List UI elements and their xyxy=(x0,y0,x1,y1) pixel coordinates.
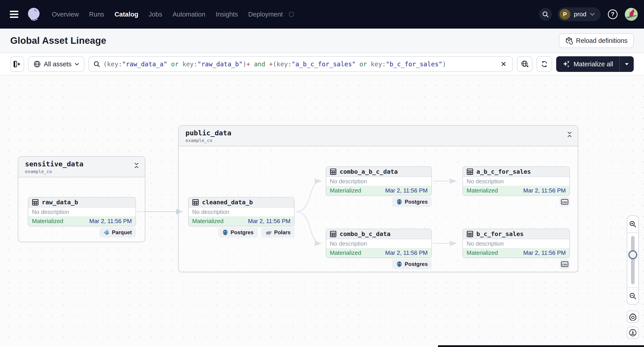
materialized-status: Materialized xyxy=(466,249,498,256)
materialized-timestamp: Mar 2, 11:56 PM xyxy=(90,218,132,225)
table-asset-icon xyxy=(32,199,39,206)
asset-name: a_b_c_for_sales xyxy=(476,168,531,175)
asset-description: No description xyxy=(463,239,569,248)
globe-icon xyxy=(34,60,41,68)
asset-node-combo-b-c-data[interactable]: combo_b_c_data No description Materializ… xyxy=(326,229,432,258)
group-subtitle: example_co xyxy=(186,138,572,143)
open-sidebar-button[interactable] xyxy=(10,56,24,72)
table-asset-icon xyxy=(466,168,473,175)
environment-label: prod xyxy=(574,11,586,18)
postgres-icon xyxy=(396,199,402,205)
asset-description: No description xyxy=(28,207,136,216)
asset-scope-dropdown[interactable]: All assets xyxy=(28,56,84,72)
loading-spinner-icon xyxy=(289,11,294,17)
reload-definitions-button[interactable]: Reload definitions xyxy=(559,33,634,48)
zoom-out-icon xyxy=(629,293,636,300)
postgres-icon xyxy=(222,229,228,236)
refresh-icon xyxy=(540,60,548,68)
asset-description: No description xyxy=(326,177,431,186)
materialized-timestamp: Mar 2, 11:56 PM xyxy=(523,187,566,194)
refresh-graph-button[interactable] xyxy=(536,56,552,72)
materialized-timestamp: Mar 2, 11:56 PM xyxy=(248,218,290,225)
nav-item-jobs[interactable]: Jobs xyxy=(148,11,162,18)
environment-switcher[interactable]: P prod xyxy=(558,7,601,21)
filter-scope-button[interactable] xyxy=(517,56,532,72)
materialize-options-button[interactable] xyxy=(620,56,634,72)
zoom-in-button[interactable] xyxy=(627,216,638,232)
nav-item-deployment[interactable]: Deployment xyxy=(248,11,283,18)
user-avatar[interactable] xyxy=(625,8,638,21)
asset-node-raw-data-b[interactable]: raw_data_b No description Materialized M… xyxy=(28,197,136,226)
materialized-timestamp: Mar 2, 11:56 PM xyxy=(523,249,566,256)
zoom-slider-track[interactable] xyxy=(631,236,634,284)
reload-definitions-icon xyxy=(565,37,573,44)
nav-item-runs[interactable]: Runs xyxy=(89,11,104,18)
kind-badge-postgres[interactable]: Postgres xyxy=(218,227,258,238)
table-asset-icon xyxy=(192,199,199,206)
group-title: public_data xyxy=(186,129,572,137)
asset-description: No description xyxy=(188,207,294,216)
nav-item-catalog[interactable]: Catalog xyxy=(115,11,138,18)
nav-item-overview[interactable]: Overview xyxy=(52,11,79,18)
collapse-group-icon[interactable] xyxy=(134,163,139,168)
sparkles-icon xyxy=(562,60,570,68)
graph-settings-button[interactable] xyxy=(627,311,639,323)
asset-name: combo_b_c_data xyxy=(340,230,390,237)
materialize-all-label: Materialize all xyxy=(574,60,613,68)
table-asset-icon xyxy=(330,231,336,237)
nav-item-automation[interactable]: Automation xyxy=(172,11,205,18)
asset-node-a-b-c-for-sales[interactable]: a_b_c_for_sales No description Materiali… xyxy=(462,166,570,196)
bottom-panel-edge xyxy=(438,345,644,347)
materialized-status: Materialized xyxy=(330,187,361,194)
clear-search-button[interactable]: ✕ xyxy=(499,60,508,68)
search-icon xyxy=(94,61,100,67)
primary-nav: Overview Runs Catalog Jobs Automation In… xyxy=(52,11,294,18)
asset-node-cleaned-data-b[interactable]: cleaned_data_b No description Materializ… xyxy=(188,197,294,226)
dagster-logo-icon[interactable] xyxy=(26,7,41,22)
global-search-button[interactable] xyxy=(539,8,552,21)
asset-node-b-c-for-sales[interactable]: b_c_for_sales No description Materialize… xyxy=(462,229,570,258)
nav-item-insights[interactable]: Insights xyxy=(216,11,238,18)
kind-badge-postgres[interactable]: Postgres xyxy=(392,259,432,269)
download-icon xyxy=(629,329,637,337)
download-graph-button[interactable] xyxy=(627,327,639,339)
lineage-toolbar: All assets (key:"raw_data_a" or key:"raw… xyxy=(0,53,644,75)
kind-badge-parquet[interactable]: Parquet xyxy=(100,227,136,238)
zoom-controls xyxy=(627,216,639,305)
zoom-in-icon xyxy=(629,221,636,228)
kind-badge-polars[interactable]: Polars xyxy=(261,227,294,238)
menu-icon[interactable] xyxy=(10,9,20,19)
asset-name: cleaned_data_b xyxy=(202,199,253,206)
group-subtitle: example_co xyxy=(25,169,139,174)
help-button[interactable]: ? xyxy=(606,8,619,20)
asset-search-query[interactable]: (key:"raw_data_a" or key:"raw_data_b")+ … xyxy=(103,60,496,68)
materialized-status: Materialized xyxy=(466,187,498,194)
svg-text:?: ? xyxy=(611,11,614,17)
zoom-out-button[interactable] xyxy=(627,288,638,304)
csv-icon: CSV xyxy=(561,261,568,267)
table-asset-icon xyxy=(466,231,473,237)
postgres-icon xyxy=(396,261,402,267)
table-asset-icon xyxy=(330,168,336,175)
materialized-status: Materialized xyxy=(330,249,361,256)
panel-open-icon xyxy=(14,61,21,67)
asset-search-input[interactable]: (key:"raw_data_a" or key:"raw_data_b")+ … xyxy=(88,56,513,72)
zoom-slider-handle[interactable] xyxy=(628,250,637,259)
globe-plus-icon xyxy=(521,60,529,68)
materialize-all-button[interactable]: Materialize all xyxy=(556,56,634,72)
polars-icon xyxy=(265,230,272,235)
kind-badge-csv[interactable]: CSV xyxy=(560,197,570,207)
materialized-status: Materialized xyxy=(192,218,224,225)
question-icon: ? xyxy=(607,9,618,20)
asset-node-combo-a-b-c-data[interactable]: combo_a_b_c_data No description Material… xyxy=(326,166,432,196)
page-title: Global Asset Lineage xyxy=(10,35,106,46)
kind-badge-csv[interactable]: CSV xyxy=(560,259,570,269)
parquet-icon xyxy=(104,229,110,236)
collapse-group-icon[interactable] xyxy=(567,131,572,137)
gear-icon xyxy=(629,313,637,321)
environment-avatar: P xyxy=(560,9,570,20)
search-icon xyxy=(542,11,549,18)
kind-badge-postgres[interactable]: Postgres xyxy=(392,197,432,207)
page-header: Global Asset Lineage Reload definitions xyxy=(0,28,644,53)
lineage-canvas[interactable]: sensitive_data example_co public_data ex… xyxy=(0,75,644,347)
